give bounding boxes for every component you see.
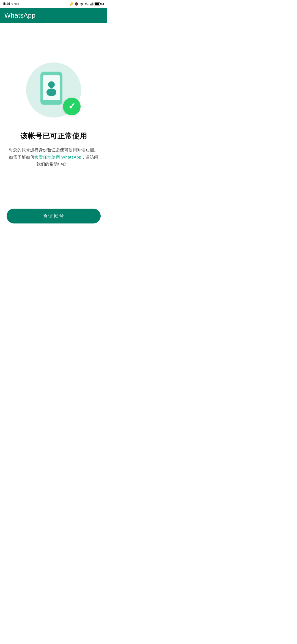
svg-rect-2 xyxy=(92,3,92,5)
svg-rect-0 xyxy=(90,4,90,5)
svg-rect-1 xyxy=(90,4,91,5)
description-line2-suffix: ，请访问 xyxy=(81,155,98,159)
responsible-use-link[interactable]: 负责任地使用 WhatsApp xyxy=(34,155,81,159)
account-description: 对您的帐号进行身份验证后便可使用对话功能。 如需了解如何负责任地使用 Whats… xyxy=(9,146,98,168)
battery-percent: 83 xyxy=(101,2,104,6)
svg-rect-5 xyxy=(100,3,101,4)
svg-rect-6 xyxy=(95,3,99,5)
nfc-icon: 📵 xyxy=(75,2,78,6)
wifi-icon xyxy=(79,2,84,6)
battery-icon: 83 xyxy=(95,2,104,6)
network-speed: 0 KB/s xyxy=(12,2,19,5)
description-line1: 对您的帐号进行身份验证后便可使用对话功能。 xyxy=(9,148,98,152)
illustration-container: ✓ xyxy=(23,60,84,120)
svg-rect-3 xyxy=(92,2,93,6)
checkmark-symbol: ✓ xyxy=(68,102,76,111)
phone-illustration-icon xyxy=(38,70,65,106)
status-time: 5:14 0 KB/s xyxy=(3,2,19,6)
app-bar: WhatsApp xyxy=(0,8,107,23)
app-title: WhatsApp xyxy=(4,12,35,19)
signal-4g: 4G xyxy=(85,2,89,6)
vpn-icon: 🔑 xyxy=(70,2,73,6)
svg-point-10 xyxy=(46,89,56,96)
status-icons: 🔑 📵 4G 83 xyxy=(70,2,104,6)
time-display: 5:14 xyxy=(3,2,10,6)
svg-point-9 xyxy=(48,81,55,88)
bottom-area: 验证帐号 xyxy=(0,204,107,232)
account-status-title: 该帐号已可正常使用 xyxy=(20,131,87,141)
description-line3: 我们的帮助中心。 xyxy=(37,162,71,166)
status-bar: 5:14 0 KB/s 🔑 📵 4G 83 xyxy=(0,0,107,8)
verify-account-button[interactable]: 验证帐号 xyxy=(7,209,101,223)
description-line2-prefix: 如需了解如何 xyxy=(9,155,34,159)
signal-bars-icon xyxy=(90,2,94,6)
check-circle-icon: ✓ xyxy=(63,98,81,115)
main-content: ✓ 该帐号已可正常使用 对您的帐号进行身份验证后便可使用对话功能。 如需了解如何… xyxy=(0,23,107,204)
